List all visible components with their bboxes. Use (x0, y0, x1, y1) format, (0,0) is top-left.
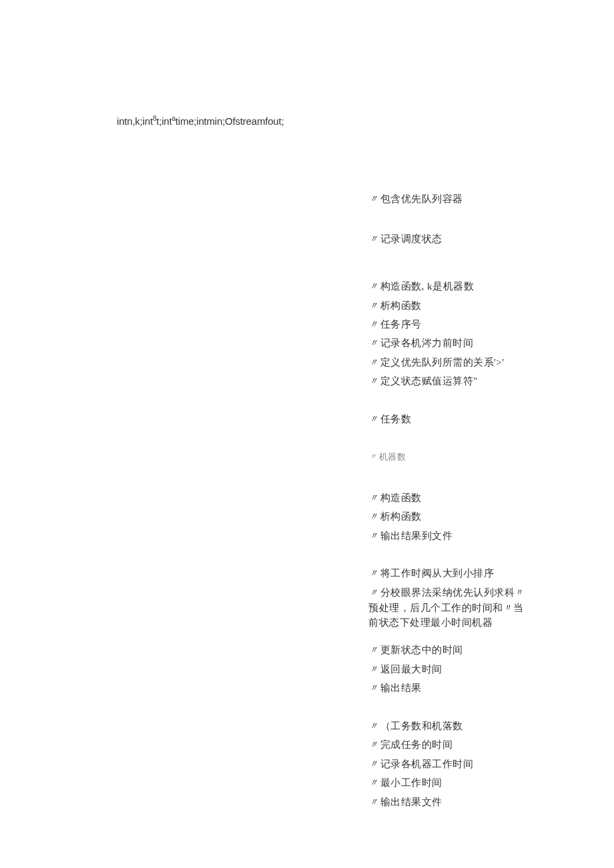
comment-text: 输出结果 (380, 683, 422, 693)
comment-prefix: 〃 (368, 663, 379, 675)
comment-line: 〃析构函数 (368, 298, 422, 314)
comment-text: 输出结果文件 (380, 797, 442, 807)
comment-text: 最小工作时间 (380, 777, 442, 788)
comment-text: 析构函数 (380, 511, 422, 522)
comment-text: 机器数 (379, 452, 406, 462)
comment-text: 返回最大时间 (380, 664, 442, 675)
comment-line: 〃构造函数, k是机器数 (368, 279, 474, 294)
comment-text: 析构函数 (380, 300, 422, 311)
comment-line: 〃完成任务的时间 (368, 737, 452, 753)
comment-prefix: 〃 (368, 452, 378, 462)
code-declaration: intn,k;int8t;intatime;intmin;Ofstreamfou… (117, 115, 284, 127)
comment-text: 定义状态赋值运算符" (380, 376, 478, 386)
comment-text: 完成任务的时间 (380, 739, 453, 750)
comment-line: 〃定义状态赋值运算符" (368, 374, 478, 389)
comment-prefix: 〃 (368, 280, 379, 292)
comment-text: 构造函数 (380, 492, 422, 503)
comment-line: 〃（工务数和机落数 (368, 719, 463, 734)
comment-line: 〃定义优先队列所需的关系'>' (368, 355, 504, 370)
comment-prefix: 〃 (368, 682, 379, 693)
comment-prefix: 〃 (368, 586, 379, 598)
comment-line: 〃分校眼界法采纳优先认列求科〃预处理，后几个工作的时间和〃当前状态下处理最小时间… (368, 585, 529, 630)
comment-text: 记录调度状态 (380, 234, 442, 244)
comment-line: 〃任务序号 (368, 317, 422, 332)
comment-text: 记录各机器工作时间 (380, 759, 474, 769)
comment-line: 〃输出结果文件 (368, 795, 442, 810)
comment-text: 分校眼界法采纳优先认列求科〃预处理，后几个工作的时间和〃当前状态下处理最小时间机… (368, 587, 525, 628)
comment-text: 包含优先队列容器 (380, 193, 463, 204)
comment-text: 任务序号 (380, 319, 422, 330)
comment-line: 〃更新状态中的时间 (368, 642, 463, 658)
comment-text: 更新状态中的时间 (380, 644, 463, 655)
comment-prefix: 〃 (368, 233, 379, 244)
comment-line: 〃最小工作时间 (368, 775, 442, 791)
comment-line: 〃构造函数 (368, 490, 422, 506)
code-text-2: t;int (156, 115, 172, 127)
comment-line: 〃返回最大时间 (368, 662, 442, 677)
comment-line: 〃析构函数 (368, 509, 422, 524)
comment-prefix: 〃 (368, 300, 379, 311)
code-text-1: intn,k;int (117, 115, 153, 127)
comment-text: 输出结果到文件 (380, 530, 453, 541)
comment-prefix: 〃 (368, 337, 379, 348)
comment-prefix: 〃 (368, 413, 379, 424)
comment-line: 〃记录调度状态 (368, 232, 442, 247)
comment-line: 〃任务数 (368, 412, 411, 427)
comment-prefix: 〃 (368, 492, 379, 503)
comment-line: 〃记录各机器工作时间 (368, 757, 473, 772)
comment-text: 记录各机涔力前时间 (380, 338, 474, 348)
comment-text: （工务数和机落数 (380, 721, 463, 731)
comment-prefix: 〃 (368, 318, 379, 330)
comment-text: 任务数 (380, 414, 412, 424)
comment-prefix: 〃 (368, 510, 379, 522)
comment-prefix: 〃 (368, 567, 379, 578)
comment-prefix: 〃 (368, 193, 379, 204)
comment-prefix: 〃 (368, 739, 379, 750)
comment-line: 〃包含优先队列容器 (368, 191, 463, 207)
comment-prefix: 〃 (368, 356, 379, 368)
comment-text: 将工作时阀从大到小排序 (380, 568, 495, 578)
comment-prefix: 〃 (368, 720, 379, 731)
comment-prefix: 〃 (368, 530, 379, 541)
comment-text: 构造函数, k是机器数 (380, 281, 475, 292)
comment-line: 〃输出结果 (368, 681, 422, 696)
comment-prefix: 〃 (368, 758, 379, 769)
comment-line: 〃将工作时阀从大到小排序 (368, 566, 494, 581)
comment-line: 〃机器数 (368, 450, 406, 464)
comment-line: 〃输出结果到文件 (368, 528, 452, 544)
comment-prefix: 〃 (368, 644, 379, 655)
code-text-3: time;intmin;Ofstreamfout; (176, 115, 284, 127)
comment-prefix: 〃 (368, 796, 379, 807)
comment-prefix: 〃 (368, 777, 379, 788)
comment-prefix: 〃 (368, 375, 379, 386)
comment-text: 定义优先队列所需的关系'>' (380, 357, 505, 368)
comment-line: 〃记录各机涔力前时间 (368, 336, 473, 351)
